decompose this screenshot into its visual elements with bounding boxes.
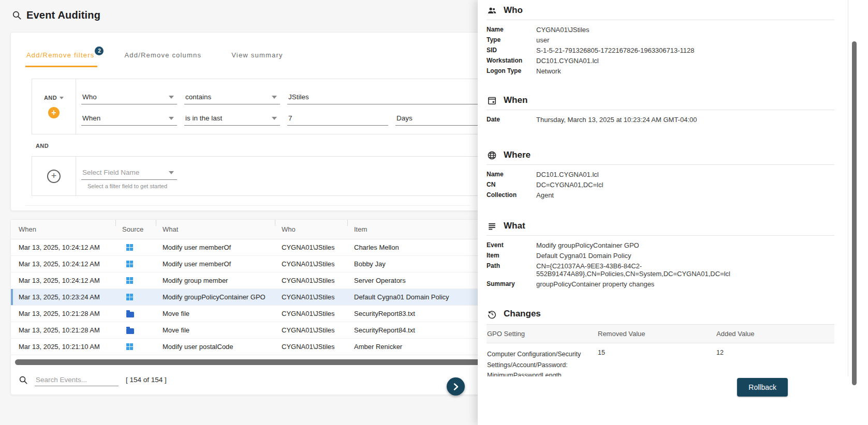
field-operator-select[interactable]: contains: [184, 90, 280, 104]
page-title: Event Auditing: [12, 9, 100, 21]
section-where: Where NameDC101.CYGNA01.lcl CNDC=CYGNA01…: [487, 149, 834, 200]
detail-footer: Rollback: [478, 376, 848, 425]
filter-value-input[interactable]: [287, 112, 388, 126]
windows-icon: [126, 277, 133, 284]
filter-count-badge: 2: [95, 47, 104, 55]
collapse-panel-button[interactable]: [447, 377, 465, 396]
column-header-gpo-setting: GPO Setting: [487, 330, 591, 338]
chevron-down-icon: [169, 117, 174, 120]
field-name-select[interactable]: When: [81, 112, 177, 126]
chevron-down-icon: [272, 117, 277, 120]
clause-operator-cell: AND +: [32, 79, 76, 134]
column-header-added-value: Added Value: [716, 330, 834, 338]
changes-table-header: GPO Setting Removed Value Added Value: [487, 324, 834, 343]
calendar-icon: [487, 96, 497, 105]
add-filter-row-button[interactable]: +: [48, 107, 60, 118]
windows-icon: [126, 244, 133, 251]
section-title: When: [504, 95, 527, 105]
filter-value-input[interactable]: [287, 90, 505, 104]
source-cell: [122, 343, 163, 350]
section-when: When DateThursday, March 13, 2025 at 10:…: [487, 94, 834, 125]
windows-icon: [126, 294, 133, 300]
rollback-button[interactable]: Rollback: [737, 378, 788, 397]
search-icon: [19, 376, 27, 384]
section-title: Where: [504, 150, 531, 160]
chevron-down-icon: [272, 96, 277, 99]
source-cell: [122, 277, 163, 284]
vertical-scrollbar[interactable]: [852, 41, 857, 385]
section-what: What EventModify groupPolicyContainer GP…: [487, 220, 834, 289]
search-events-input[interactable]: [35, 373, 119, 386]
clause-operator-cell: +: [32, 157, 76, 195]
field-name-select[interactable]: Who: [81, 90, 177, 104]
chevron-down-icon: [169, 171, 174, 174]
tab-add-remove-filters[interactable]: Add/Remove filters 2: [25, 51, 97, 67]
column-header-when[interactable]: When: [19, 220, 122, 239]
column-header-source[interactable]: Source: [122, 220, 163, 239]
event-detail-panel: Who NameCYGNA01\JStiles Typeuser SIDS-1-…: [478, 0, 868, 425]
source-cell: [122, 327, 163, 334]
detail-content: Who NameCYGNA01\JStiles Typeuser SIDS-1-…: [478, 0, 848, 425]
section-title: What: [504, 221, 525, 231]
search-icon: [12, 11, 21, 20]
column-header-removed-value: Removed Value: [598, 330, 709, 338]
field-name-select[interactable]: Select Field Name: [81, 166, 177, 180]
clause-operator-select[interactable]: AND: [44, 95, 64, 101]
source-cell: [122, 310, 163, 317]
folder-icon: [126, 312, 134, 317]
folder-icon: [126, 328, 134, 334]
chevron-down-icon: [60, 97, 64, 99]
tab-add-remove-columns[interactable]: Add/Remove columns: [123, 51, 204, 67]
source-cell: [122, 244, 163, 251]
tab-view-summary[interactable]: View summary: [230, 51, 286, 67]
globe-icon: [487, 150, 497, 160]
section-title: Who: [504, 5, 523, 16]
filter-clause-group-2: + Select Field Name Select a filter fiel…: [32, 156, 554, 196]
page-title-text: Event Auditing: [26, 9, 100, 21]
field-operator-select[interactable]: is in the last: [184, 112, 280, 126]
section-who: Who NameCYGNA01\JStiles Typeuser SIDS-1-…: [487, 4, 834, 76]
add-clause-group-button[interactable]: +: [47, 170, 61, 183]
source-cell: [122, 294, 163, 300]
windows-icon: [126, 343, 133, 350]
windows-icon: [126, 261, 133, 267]
chevron-right-icon: [452, 383, 460, 390]
result-count: [ 154 of 154 ]: [126, 376, 167, 384]
column-header-what[interactable]: What: [163, 220, 282, 239]
source-cell: [122, 261, 163, 267]
column-header-who[interactable]: Who: [282, 220, 354, 239]
filter-clause-group-1: AND + Who contains When: [32, 79, 554, 134]
filter-unit-label: Days: [395, 112, 484, 126]
list-icon: [487, 221, 497, 231]
people-icon: [487, 6, 497, 16]
history-icon: [487, 309, 497, 319]
chevron-down-icon: [169, 96, 174, 99]
section-title: Changes: [504, 309, 541, 319]
match-all-toggle-row: Search results must match all the suppli…: [25, 205, 470, 211]
